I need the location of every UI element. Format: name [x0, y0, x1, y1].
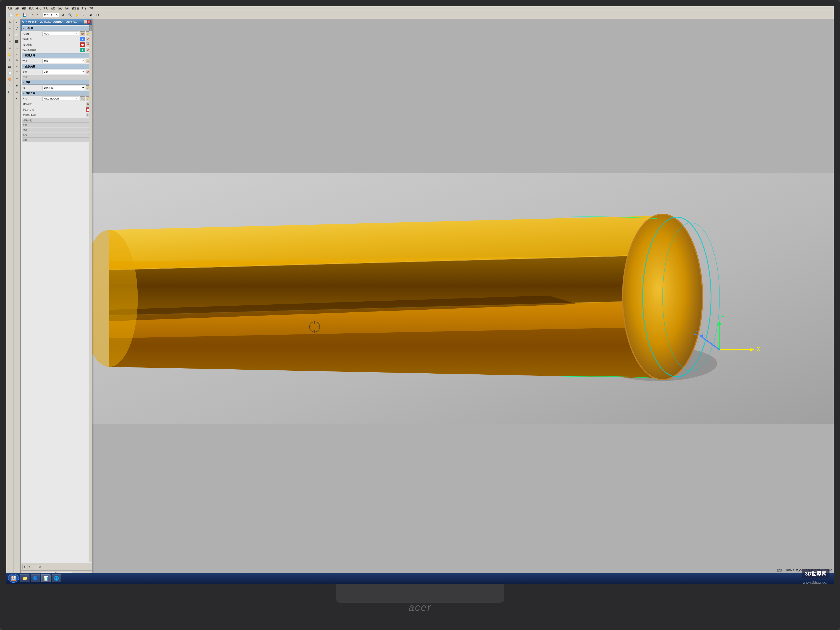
- sidebar2-icon-extra[interactable]: ★: [14, 95, 20, 101]
- sidebar2-icon-revolve[interactable]: ◎: [14, 44, 20, 51]
- sidebar2-icon-layer[interactable]: ☰: [14, 89, 20, 95]
- section-description-label: 描述: [23, 128, 88, 132]
- toolbar-refresh[interactable]: ↺: [60, 12, 66, 18]
- 3d-viewport[interactable]: X Y Z: [92, 19, 834, 578]
- toolbar-pan[interactable]: ✋: [74, 12, 80, 18]
- sidebar-icon-cut[interactable]: ✂: [7, 26, 13, 32]
- specify-part-label: 指定部件: [22, 38, 41, 41]
- toolbar-5up-btn[interactable]: 5↑: [38, 565, 42, 569]
- method-label: 方法: [22, 97, 41, 100]
- menu-tools[interactable]: 工具: [43, 7, 48, 10]
- section-actions-row[interactable]: 操作 ▲: [22, 137, 91, 142]
- dialog-close-btn[interactable]: ×: [87, 20, 91, 24]
- menu-edit[interactable]: 编辑: [15, 7, 19, 10]
- menu-view[interactable]: 视图: [22, 7, 27, 10]
- geometry-icon-btn-1[interactable]: 📦: [80, 32, 85, 36]
- menu-format[interactable]: 格式: [36, 7, 41, 10]
- dialog-scroll-thumb[interactable]: [89, 25, 92, 32]
- specify-part-btn-1[interactable]: ◼: [80, 37, 85, 41]
- drive-method-select[interactable]: 曲面: [42, 59, 85, 63]
- sidebar-icon-settings[interactable]: ⚙: [7, 19, 13, 25]
- section-drive-header[interactable]: ▲ 驱动方法: [22, 53, 91, 58]
- dialog-minimize-btn[interactable]: ─: [84, 20, 87, 24]
- section-toolaxis-header[interactable]: ▲ 刀轴: [22, 80, 91, 85]
- menu-help[interactable]: 帮助: [88, 7, 93, 10]
- taskbar-item-app2[interactable]: 🌐: [52, 574, 61, 582]
- sidebar2-icon-line[interactable]: ╱: [14, 26, 20, 32]
- toolbar-extra[interactable]: ⬡: [95, 12, 101, 18]
- section-tool-row[interactable]: 工具 ▼: [22, 75, 91, 79]
- section-machine-row[interactable]: 机床控制 ▼: [22, 118, 91, 123]
- menu-info[interactable]: 信息: [58, 7, 62, 10]
- feeds-label: 进给率和速度: [22, 114, 41, 117]
- vector-label: 矢量: [22, 71, 41, 74]
- specify-trim-btn-1[interactable]: ◆: [80, 48, 85, 52]
- svg-text:X: X: [757, 346, 761, 352]
- section-drive-label: 驱动方法: [25, 54, 90, 57]
- taskbar-item-nx[interactable]: 📊: [41, 574, 51, 582]
- form-row-specify-check: 指定检查 ⬤ 📌: [22, 42, 91, 47]
- section-toolsettings-header[interactable]: ▲ 刀轨设置: [22, 91, 91, 95]
- sidebar-icon-color[interactable]: 🎨: [7, 76, 13, 82]
- toolbar-new[interactable]: 📄: [8, 12, 14, 18]
- toolbar-undo[interactable]: ↩: [28, 12, 35, 18]
- menu-pref[interactable]: 首选项: [72, 7, 79, 10]
- method-select[interactable]: MILL_ROUGH: [42, 96, 79, 101]
- toolbar-save[interactable]: 💾: [22, 12, 28, 18]
- toolbar-rotate[interactable]: ⟳: [81, 12, 87, 18]
- dialog-title-bar: ⚙ 可变轮廓铣 - [VARIABLE_CONTOUR_COPY_C... ─ …: [21, 19, 92, 25]
- toolbar-play-btn[interactable]: ▶: [22, 565, 27, 569]
- sidebar-icon-clock[interactable]: 🕐: [7, 70, 13, 76]
- menu-window[interactable]: 窗口: [81, 7, 86, 10]
- menu-bar: 文件 编辑 视图 插入 格式 工具 装配 信息 分析 首选项 窗口 帮助: [6, 6, 834, 11]
- sidebar2-icon-select[interactable]: ▲: [14, 19, 20, 25]
- section-geometry-header[interactable]: ▲ 几何体: [22, 26, 91, 30]
- section-projection-header[interactable]: ▲ 投影矢量: [22, 64, 91, 69]
- geometry-select[interactable]: MCS: [42, 32, 79, 36]
- sidebar-left-2: ▲ ╱ ⬜ ⬛ ◎ ⬦ ⊕ ✂ ⌒ ⬡ ▣ ☰ ★: [13, 19, 21, 578]
- menu-file[interactable]: 文件: [8, 7, 12, 10]
- sidebar-icon-camera[interactable]: 📷: [7, 63, 13, 69]
- specify-check-btn-1[interactable]: ⬤: [80, 42, 85, 47]
- sidebar2-icon-pattern[interactable]: ⬡: [14, 76, 20, 82]
- sidebar-icon-measure[interactable]: 📐: [7, 51, 13, 57]
- sidebar-icon-circle[interactable]: ◯: [7, 89, 13, 95]
- toolbar-zoom[interactable]: 🔍: [67, 12, 73, 18]
- sidebar-icon-arrow[interactable]: ↗: [7, 38, 13, 44]
- toolbar-open[interactable]: 📂: [14, 12, 21, 18]
- toolbar-redo[interactable]: ↪: [35, 12, 42, 18]
- variable-contour-dialog: ⚙ 可变轮廓铣 - [VARIABLE_CONTOUR_COPY_C... ─ …: [21, 19, 92, 578]
- sidebar2-icon-trim[interactable]: ✂: [14, 63, 20, 69]
- sidebar-left-1: ⚙ ✂ ✚ ↗ ⬡ 📐 ℹ 📷 🕐 🎨 🏷 ◯: [6, 19, 13, 578]
- sidebar2-icon-sketch[interactable]: ⬜: [14, 32, 20, 38]
- menu-assemble[interactable]: 装配: [51, 7, 55, 10]
- sidebar2-icon-blend[interactable]: ⌒: [14, 70, 20, 76]
- toolbar-5-btn[interactable]: 5: [28, 565, 32, 569]
- sidebar2-icon-surface[interactable]: ⬦: [14, 51, 20, 57]
- start-button[interactable]: 🪟: [8, 574, 19, 583]
- toolbar-diamond-btn[interactable]: ♦: [33, 565, 37, 569]
- dialog-scrollbar[interactable]: [89, 25, 92, 562]
- sidebar2-icon-drill[interactable]: ⊕: [14, 57, 20, 63]
- sidebar-icon-tag[interactable]: 🏷: [7, 82, 13, 88]
- taskbar-item-browser[interactable]: 🔵: [31, 574, 40, 582]
- section-program-row[interactable]: 程序 ▼: [22, 123, 91, 128]
- dialog-highlight: [21, 25, 22, 31]
- section-options-row[interactable]: 选项 ▼: [22, 133, 91, 137]
- menu-analyze[interactable]: 分析: [65, 7, 69, 10]
- assembly-select[interactable]: 整个装配: [42, 13, 59, 17]
- sidebar2-icon-group[interactable]: ▣: [14, 82, 20, 88]
- vector-select[interactable]: 刀轴: [42, 70, 85, 74]
- axis-select[interactable]: 远离直线: [42, 85, 85, 90]
- toolbar-render[interactable]: ◉: [87, 12, 94, 18]
- menu-insert[interactable]: 插入: [29, 7, 34, 10]
- sidebar2-icon-extrude[interactable]: ⬛: [14, 38, 20, 44]
- sidebar-icon-feature[interactable]: ⬡: [7, 44, 13, 51]
- section-description-row[interactable]: 描述 ▼: [22, 128, 91, 132]
- svg-text:Y: Y: [721, 314, 725, 320]
- sidebar-icon-info[interactable]: ℹ: [7, 57, 13, 63]
- taskbar-item-folder[interactable]: 📁: [20, 574, 30, 582]
- sidebar-icon-move[interactable]: ✚: [7, 32, 13, 38]
- method-icon-1[interactable]: 🔧: [80, 96, 85, 101]
- form-row-specify-trim: 指定切削区域 ◆ 📌: [22, 47, 91, 53]
